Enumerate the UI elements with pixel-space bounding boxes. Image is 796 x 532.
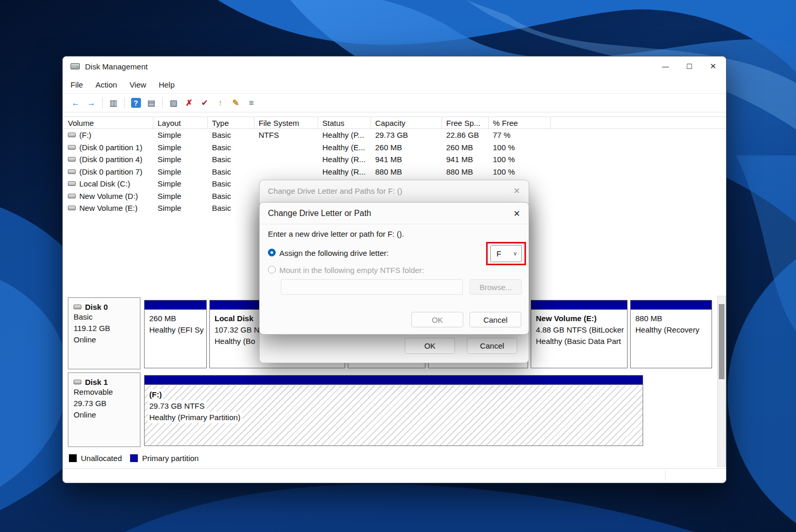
legend-primary-partition: Primary partition xyxy=(130,454,198,463)
capacity-cell: 941 MB xyxy=(371,155,442,164)
disk-icon xyxy=(74,380,81,384)
capacity-cell: 260 MB xyxy=(371,143,442,152)
partition-size: 260 MB xyxy=(149,313,202,324)
cancel-button[interactable]: Cancel xyxy=(467,338,517,354)
console-tree-icon[interactable]: ▥ xyxy=(106,96,121,110)
column-header-layout[interactable]: Layout xyxy=(153,117,208,128)
column-header-free-space[interactable]: Free Sp... xyxy=(442,117,489,128)
browse-button[interactable]: Browse... xyxy=(470,279,522,295)
details-view-icon[interactable]: ≡ xyxy=(244,96,259,110)
mark-partition-icon[interactable]: ✔ xyxy=(197,96,212,110)
disk-name: Disk 1 xyxy=(85,378,108,386)
status-cell: Healthy (R... xyxy=(318,167,371,176)
column-header-file-system[interactable]: File System xyxy=(254,117,318,128)
close-icon[interactable]: ✕ xyxy=(514,186,520,196)
status-cell: Healthy (P... xyxy=(318,131,371,139)
disk0-info-panel[interactable]: Disk 0 Basic 119.12 GB Online xyxy=(68,297,140,369)
partition-color-bar xyxy=(631,300,712,310)
close-icon[interactable]: ✕ xyxy=(514,208,520,218)
partition-title: (F:) xyxy=(148,389,163,400)
pct-cell: 100 % xyxy=(489,155,551,164)
column-header-volume[interactable]: Volume xyxy=(63,117,153,128)
table-row[interactable]: (Disk 0 partition 4) Simple Basic Health… xyxy=(63,153,726,166)
ok-button[interactable]: OK xyxy=(411,312,463,327)
maximize-button[interactable]: ☐ xyxy=(677,56,701,76)
dialog-titlebar: Change Drive Letter and Paths for F: () … xyxy=(260,180,529,201)
drive-icon xyxy=(68,206,76,210)
partition-status: Healthy (Basic Data Part xyxy=(536,336,622,347)
table-row[interactable]: (Disk 0 partition 7) Simple Basic Health… xyxy=(63,166,726,178)
legend-unallocated: Unallocated xyxy=(69,454,122,463)
change-drive-letter-dialog: Change Drive Letter or Path ✕ Enter a ne… xyxy=(259,202,529,335)
ok-button[interactable]: OK xyxy=(405,338,455,354)
action-icon[interactable]: ▨ xyxy=(166,96,181,110)
drive-letter-value: F xyxy=(496,249,501,258)
disk-kind: Removable xyxy=(74,386,135,398)
vertical-scrollbar[interactable] xyxy=(717,296,726,467)
assign-drive-letter-label[interactable]: Assign the following drive letter: xyxy=(279,249,389,257)
free-cell: 880 MB xyxy=(442,167,489,176)
type-cell: Basic xyxy=(208,167,254,176)
type-cell: Basic xyxy=(208,155,254,164)
help-icon[interactable]: ? xyxy=(128,96,144,110)
pct-cell: 100 % xyxy=(489,167,551,176)
minimize-button[interactable]: — xyxy=(653,56,677,76)
window-title: Disk Management xyxy=(85,62,148,71)
partition-status: Healthy (EFI Sy xyxy=(149,324,202,336)
drive-letter-dropdown[interactable]: F ∨ xyxy=(490,245,522,262)
disk-state: Online xyxy=(74,334,135,346)
toolbar: ← → ▥ ? ▤ ▨ ✗ ✔ ↑ ✎ ≡ xyxy=(63,94,726,112)
assign-drive-letter-radio[interactable] xyxy=(268,249,276,256)
column-header-status[interactable]: Status xyxy=(318,117,371,128)
drive-icon xyxy=(68,169,76,174)
table-row[interactable]: (F:) Simple Basic NTFS Healthy (P... 29.… xyxy=(63,129,726,141)
column-header-type[interactable]: Type xyxy=(208,117,254,128)
table-row[interactable]: (Disk 0 partition 1) Simple Basic Health… xyxy=(63,141,726,154)
layout-cell: Simple xyxy=(153,131,208,139)
status-bar xyxy=(63,468,726,483)
menu-file[interactable]: File xyxy=(70,80,83,89)
cancel-button[interactable]: Cancel xyxy=(470,312,521,327)
browse-folder-icon[interactable]: ✎ xyxy=(228,96,244,110)
volume-name: New Volume (E:) xyxy=(79,204,138,212)
capacity-cell: 880 MB xyxy=(371,167,442,176)
scrollbar-thumb[interactable] xyxy=(719,304,724,379)
disk-icon xyxy=(74,305,81,309)
disk-size: 119.12 GB xyxy=(74,323,135,334)
partition-title: New Volume (E:) xyxy=(536,313,622,324)
disk-size: 29.73 GB xyxy=(74,398,135,409)
legend-label: Primary partition xyxy=(142,454,198,463)
export-list-icon[interactable]: ▤ xyxy=(144,96,159,110)
status-cell: Healthy (R... xyxy=(318,155,371,164)
forward-icon[interactable]: → xyxy=(83,96,99,110)
disk1-info-panel[interactable]: Disk 1 Removable 29.73 GB Online xyxy=(68,372,140,447)
dialog-prompt: Enter a new drive letter or path for F: … xyxy=(268,229,404,238)
dialog-titlebar: Change Drive Letter or Path ✕ xyxy=(260,203,529,224)
volume-table-header: Volume Layout Type File System Status Ca… xyxy=(63,117,726,129)
mount-folder-radio[interactable] xyxy=(268,266,276,274)
partition-size: 880 MB xyxy=(635,313,707,324)
volume-name: (F:) xyxy=(79,131,91,139)
menu-action[interactable]: Action xyxy=(95,80,117,89)
close-button[interactable]: ✕ xyxy=(701,56,725,76)
type-cell: Basic xyxy=(208,143,254,152)
partition-recovery[interactable]: 880 MB Healthy (Recovery xyxy=(630,300,712,368)
type-cell: Basic xyxy=(208,179,254,188)
layout-cell: Simple xyxy=(153,155,208,164)
partition-status: Healthy (Recovery xyxy=(635,324,707,336)
column-header-capacity[interactable]: Capacity xyxy=(371,117,442,128)
menubar: File Action View Help xyxy=(63,76,726,94)
column-header-pct-free[interactable]: % Free xyxy=(489,117,551,128)
column-header-filler xyxy=(551,117,726,128)
partition-efi[interactable]: 260 MB Healthy (EFI Sy xyxy=(144,300,207,368)
back-icon[interactable]: ← xyxy=(68,96,83,110)
partition-f-drive[interactable]: (F:) 29.73 GB NTFS Healthy (Primary Part… xyxy=(144,375,643,446)
volume-name: (Disk 0 partition 1) xyxy=(79,143,143,152)
move-up-icon[interactable]: ↑ xyxy=(212,96,228,110)
mount-path-input[interactable] xyxy=(281,279,463,295)
delete-volume-icon[interactable]: ✗ xyxy=(181,96,197,110)
partition-new-volume-e[interactable]: New Volume (E:) 4.88 GB NTFS (BitLocker … xyxy=(531,300,628,368)
titlebar: Disk Management — ☐ ✕ xyxy=(63,56,726,76)
menu-help[interactable]: Help xyxy=(159,80,175,89)
menu-view[interactable]: View xyxy=(130,80,146,89)
